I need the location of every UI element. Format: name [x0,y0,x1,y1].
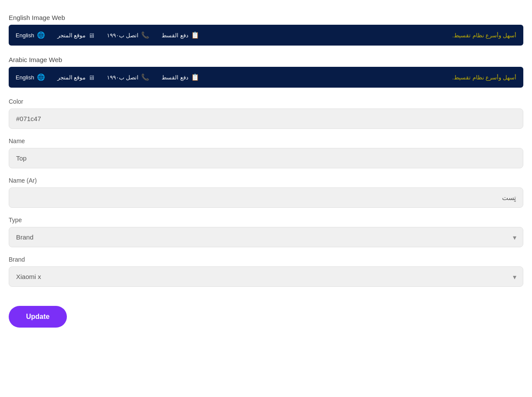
name-ar-input[interactable] [9,187,523,208]
arabic-section: Arabic Image Web أسهل وأسرع نظام تقسيط. … [9,56,523,88]
brand-select[interactable]: Xiaomi x Samsung Apple Huawei [9,266,523,287]
arabic-navbar-items: 📋 دفع القسط 📞 اتصل ب١٩٩٠ 🖥 موقع المتجر 🌐… [16,73,199,81]
arabic-nav-item-store[interactable]: 🖥 موقع المتجر [57,74,95,81]
ar-globe-icon: 🌐 [37,73,45,81]
arabic-navbar: أسهل وأسرع نظام تقسيط. 📋 دفع القسط 📞 اتص… [9,67,523,88]
arabic-nav-item-call[interactable]: 📞 اتصل ب١٩٩٠ [107,73,149,81]
color-input[interactable] [9,108,523,129]
english-nav-item-store[interactable]: 🖥 موقع المتجر [57,32,95,39]
english-nav-item-call[interactable]: 📞 اتصل ب١٩٩٠ [107,31,149,39]
call-label: اتصل ب١٩٩٠ [107,32,139,39]
globe-icon: 🌐 [37,31,45,39]
installment-icon: 📋 [191,31,199,39]
language-label: English [16,32,34,39]
installment-label: دفع القسط [162,32,188,39]
arabic-image-title: Arabic Image Web [9,56,523,63]
english-navbar: أسهل وأسرع نظام تقسيط. 📋 دفع القسط 📞 اتص… [9,25,523,46]
color-label: Color [9,98,523,105]
ar-language-label: English [16,74,34,81]
name-ar-section: Name (Ar) [9,177,523,208]
name-input[interactable] [9,148,523,168]
arabic-nav-item-language[interactable]: 🌐 English [16,73,45,81]
ar-installment-icon: 📋 [191,73,199,81]
arabic-navbar-brand: أسهل وأسرع نظام تقسيط. [453,74,516,81]
english-nav-item-installment[interactable]: 📋 دفع القسط [162,31,199,39]
brand-label: Brand [9,256,523,263]
update-button[interactable]: Update [9,306,67,328]
english-image-title: English Image Web [9,14,523,21]
store-icon: 🖥 [88,32,95,39]
brand-section: Brand Xiaomi x Samsung Apple Huawei [9,256,523,287]
name-label: Name [9,138,523,144]
name-section: Name [9,138,523,168]
english-section: English Image Web أسهل وأسرع نظام تقسيط.… [9,14,523,46]
english-navbar-items: 📋 دفع القسط 📞 اتصل ب١٩٩٠ 🖥 موقع المتجر 🌐… [16,31,199,39]
ar-call-label: اتصل ب١٩٩٠ [107,74,139,81]
brand-select-wrapper: Xiaomi x Samsung Apple Huawei [9,266,523,287]
call-icon: 📞 [141,31,149,39]
type-label: Type [9,217,523,223]
ar-installment-label: دفع القسط [162,74,188,81]
name-ar-label: Name (Ar) [9,177,523,184]
store-label: موقع المتجر [57,32,86,39]
color-section: Color [9,98,523,129]
english-nav-item-language[interactable]: 🌐 English [16,31,45,39]
type-select[interactable]: Brand Category Tag [9,227,523,247]
ar-store-icon: 🖥 [88,74,95,81]
ar-call-icon: 📞 [141,73,149,81]
arabic-nav-item-installment[interactable]: 📋 دفع القسط [162,73,199,81]
ar-store-label: موقع المتجر [57,74,86,81]
english-navbar-brand: أسهل وأسرع نظام تقسيط. [453,32,516,39]
type-select-wrapper: Brand Category Tag [9,227,523,247]
type-section: Type Brand Category Tag [9,217,523,247]
